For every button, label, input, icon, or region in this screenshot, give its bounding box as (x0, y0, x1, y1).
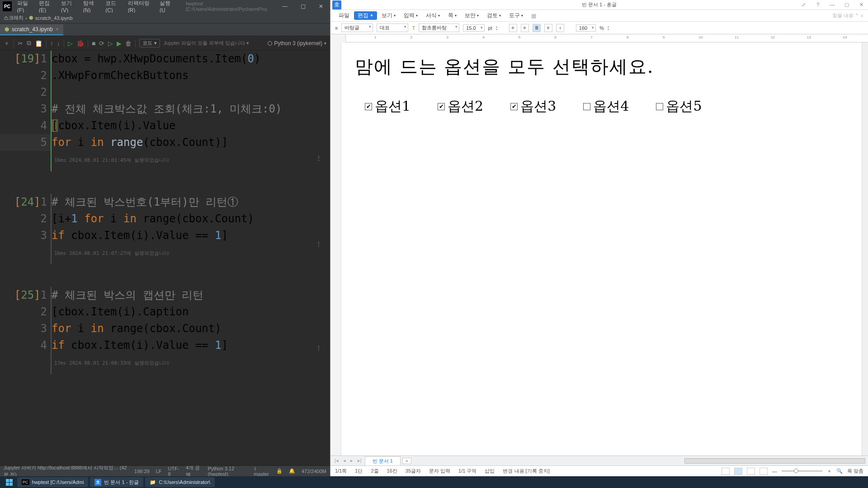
sheet-first-icon[interactable]: |◂ (333, 458, 340, 464)
close-button[interactable]: ✕ (312, 0, 330, 13)
menu-review[interactable]: 검토▾ (483, 11, 505, 20)
move-up-button[interactable]: ↑ (50, 40, 53, 47)
menu-search-input[interactable]: 찾을 내용 (832, 12, 854, 19)
status-indent[interactable]: 4개 공백 (186, 465, 202, 478)
kernel-select[interactable]: Python 3 (ipykernel) ▾ (268, 40, 326, 47)
zoom-in-button[interactable]: ＋ (827, 468, 832, 474)
cell-25[interactable]: [25]1 # 체크된 박스의 캡션만 리턴 2[cbox.Item(i).Ca… (0, 287, 330, 374)
status-caret-pos[interactable]: 198:29 (134, 469, 150, 474)
size-spinner[interactable]: ▴▾ (496, 25, 497, 31)
status-page[interactable]: 1/1쪽 (335, 468, 347, 474)
sheet-prev-icon[interactable]: ◂ (342, 458, 347, 464)
run-debug-button[interactable]: ▶ (117, 40, 122, 47)
tab-close-icon[interactable]: × (56, 26, 59, 33)
menu-input[interactable]: 입력▾ (400, 11, 421, 20)
status-git-branch[interactable]: ᚼ master (254, 466, 270, 477)
cut-button[interactable]: ✂ (18, 40, 23, 47)
checkbox-icon[interactable]: ✔ (438, 103, 445, 110)
lock-icon[interactable]: 🔒 (276, 468, 283, 474)
breadcrumb-root[interactable]: 스크래치 (4, 14, 24, 21)
status-line-sep[interactable]: LF (156, 469, 162, 474)
run-cell-button[interactable]: ▷ (68, 40, 73, 47)
horizontal-scrollbar[interactable] (684, 458, 865, 464)
vertical-scrollbar[interactable] (862, 42, 868, 455)
start-button[interactable] (3, 479, 15, 486)
zoom-fit-icon[interactable]: 🔍 (836, 468, 843, 474)
stop-button[interactable]: ■ (92, 40, 95, 47)
align-dist-button[interactable]: ⫞ (556, 24, 564, 32)
cell-menu-icon[interactable]: ⋮ (316, 236, 322, 253)
align-left-button[interactable]: ≡ (509, 24, 517, 32)
paste-button[interactable]: 📋 (35, 40, 42, 47)
menu-security[interactable]: 보안▾ (461, 11, 482, 20)
menu-view[interactable]: 보기▾ (378, 11, 399, 20)
view-mode-3[interactable] (747, 468, 755, 475)
checkbox-icon[interactable] (656, 103, 663, 110)
taskbar-pycharm[interactable]: PChwptest [C:/Users/Admi (17, 477, 88, 487)
hwp-minimize-button[interactable]: — (826, 2, 839, 8)
cell-menu-icon[interactable]: ⋮ (316, 340, 322, 357)
checkbox-icon[interactable]: ✔ (365, 103, 372, 110)
taskbar-hangul[interactable]: 호빈 문서 1 - 한글 (90, 477, 143, 487)
restart-button[interactable]: ⟳ (99, 40, 104, 47)
option-2[interactable]: ✔옵션2 (438, 97, 483, 116)
view-mode-1[interactable] (722, 468, 730, 475)
clear-output-button[interactable]: 🗑 (125, 40, 132, 47)
run-all-button[interactable]: ▷ (108, 40, 113, 47)
status-input-mode[interactable]: 문자 입력 (429, 468, 450, 474)
spacing-spinner[interactable]: ▴▾ (608, 25, 609, 31)
align-right-button[interactable]: ≡ (544, 24, 552, 32)
add-cell-button[interactable]: ＋ (4, 39, 10, 47)
font-size-input[interactable]: 15.0 (463, 24, 484, 32)
minimize-button[interactable]: — (276, 0, 294, 13)
sheet-last-icon[interactable]: ▸| (356, 458, 363, 464)
breadcrumb-file[interactable]: scratch_43.ipynb (35, 15, 73, 21)
align-justify-button[interactable]: ≣ (533, 24, 541, 32)
menu-format[interactable]: 서식▾ (422, 11, 443, 20)
view-mode-2[interactable] (734, 468, 742, 475)
vertical-ruler[interactable] (330, 42, 341, 455)
status-server[interactable]: Jupyter 서버가 http://localhost:8888에서 시작되었… (4, 465, 128, 478)
taskbar-explorer[interactable]: 📁C:\Users\Administrator\ (145, 477, 215, 487)
zoom-slider[interactable] (782, 470, 822, 472)
status-encoding[interactable]: UTF-8 (168, 466, 180, 477)
add-sheet-button[interactable]: + (402, 458, 411, 464)
menu-edit[interactable]: 편집▼ (354, 11, 377, 20)
cell-type-select[interactable]: 코드 ▾ (139, 39, 160, 47)
rep-select[interactable]: 대표 (377, 23, 408, 32)
cell-24[interactable]: [24]1 # 체크된 박스번호(1부터)만 리턴① 2[i+1 for i i… (0, 194, 330, 264)
cell-19[interactable]: ▲1 ▲2 ︿﹀ [19]1 cbox = hwp.XHwpDocuments.… (0, 51, 330, 171)
menu-page[interactable]: 쪽▾ (444, 11, 460, 20)
line-spacing-input[interactable]: 160 (576, 24, 596, 32)
zoom-out-button[interactable]: — (772, 469, 777, 474)
menu-extra-icon[interactable]: ▦ (528, 12, 540, 20)
editor-area[interactable]: ▲1 ▲2 ︿﹀ [19]1 cbox = hwp.XHwpDocuments.… (0, 51, 330, 465)
hwp-compact-icon[interactable]: ⤢ (797, 2, 810, 8)
status-interpreter[interactable]: Python 3.12 (hwptest) (208, 466, 248, 477)
option-3[interactable]: ✔옵션3 (510, 97, 556, 116)
horizontal-ruler[interactable]: 1234567891011121314 (330, 34, 868, 42)
option-5[interactable]: 옵션5 (656, 97, 702, 116)
checkbox-icon[interactable]: ✔ (510, 103, 518, 110)
zoom-fit-label[interactable]: 폭 맞춤 (847, 468, 863, 474)
maximize-button[interactable]: ▢ (294, 0, 312, 13)
style-select[interactable]: 바탕글 (341, 23, 373, 32)
status-memory[interactable]: 472/2400M (302, 469, 326, 474)
hwp-close-button[interactable]: ✕ (854, 2, 868, 8)
menu-file[interactable]: 파일 (335, 11, 353, 20)
sheet-tab-1[interactable]: 빈 문서 1 (365, 456, 401, 465)
view-mode-4[interactable] (760, 468, 768, 475)
document-canvas[interactable]: 맘에 드는 옵션을 모두 선택하세요. ✔옵션1 ✔옵션2 ✔옵션3 옵션4 옵… (330, 42, 868, 455)
hwp-maximize-button[interactable]: ▢ (840, 2, 854, 8)
option-4[interactable]: 옵션4 (583, 97, 629, 116)
status-change-tracking[interactable]: 변경 내용 [기록 중지] (503, 468, 549, 474)
hwp-help-icon[interactable]: ? (811, 2, 825, 8)
cell-menu-icon[interactable]: ⋮ (316, 150, 322, 167)
move-down-button[interactable]: ↓ (57, 40, 60, 47)
option-1[interactable]: ✔옵션1 (365, 97, 410, 116)
document-heading[interactable]: 맘에 드는 옵션을 모두 선택하세요. (355, 54, 859, 79)
status-insert[interactable]: 삽입 (485, 468, 495, 474)
sheet-next-icon[interactable]: ▸ (349, 458, 354, 464)
font-select[interactable]: 함초롬바탕 (419, 23, 459, 32)
menu-tools[interactable]: 도구▾ (505, 11, 527, 20)
